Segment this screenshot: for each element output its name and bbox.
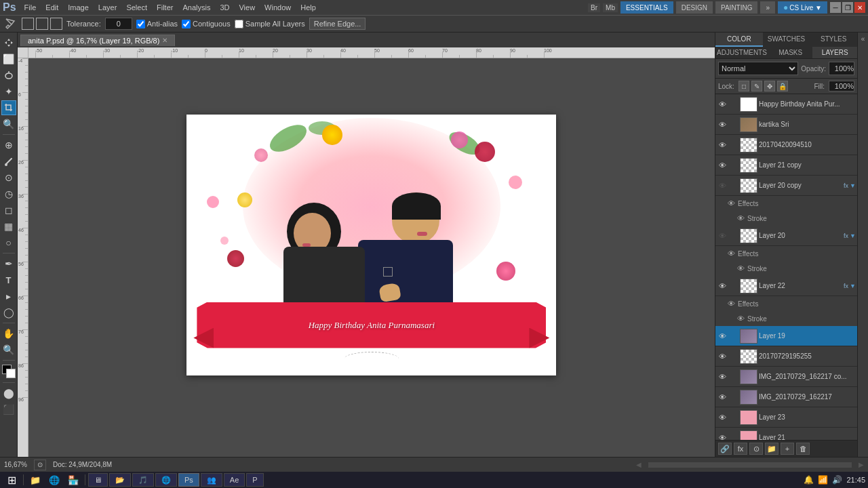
- refine-edge-btn[interactable]: Refine Edge...: [309, 18, 366, 30]
- layer-visibility-toggle[interactable]: 👁: [717, 160, 728, 171]
- tool-quick-mask[interactable]: ⬤: [1, 386, 16, 401]
- tool-hand[interactable]: ✋: [1, 326, 16, 341]
- menu-view[interactable]: View: [235, 2, 259, 13]
- taskbar-app-2[interactable]: 🎵: [132, 473, 154, 487]
- workspace-design[interactable]: DESIGN: [676, 1, 713, 14]
- layer-style-btn[interactable]: fx: [734, 443, 747, 455]
- blend-mode-select[interactable]: Normal: [718, 62, 798, 75]
- layer-visibility-toggle[interactable]: 👁: [717, 140, 728, 150]
- layer-visibility-toggle[interactable]: 👁: [717, 99, 728, 110]
- sample-all-checkbox[interactable]: [235, 20, 243, 28]
- notify-icon-3[interactable]: 🔊: [832, 475, 842, 485]
- taskbar-store[interactable]: 🏪: [64, 472, 82, 487]
- zoom-preview-btn[interactable]: ⊙: [34, 460, 46, 470]
- tab-styles[interactable]: STYLES: [810, 33, 857, 47]
- layer-item[interactable]: 👁20170729195255: [715, 346, 857, 367]
- notify-icon-2[interactable]: 📶: [818, 475, 828, 485]
- menu-layer[interactable]: Layer: [94, 2, 121, 13]
- collapse-panel-btn[interactable]: «: [857, 33, 868, 457]
- foreground-bg-colors[interactable]: [2, 365, 16, 378]
- document-tab[interactable]: anita P.psd @ 16,7% (Layer 19, RGB/8) ✕: [20, 35, 175, 46]
- layer-item[interactable]: 👁Layer 20 copyfx▼: [715, 176, 857, 196]
- tool-crop[interactable]: [1, 100, 16, 115]
- layer-item[interactable]: 👁Happy Birthday Anita Pur...: [715, 94, 857, 115]
- tab-layers[interactable]: LAYERS: [812, 47, 857, 58]
- lock-move[interactable]: ✥: [764, 81, 775, 92]
- fill-input[interactable]: [829, 81, 854, 92]
- taskbar-app-ppt[interactable]: P: [246, 473, 263, 487]
- tool-rect-select[interactable]: ⬜: [1, 52, 16, 66]
- tool-pen[interactable]: ✒: [1, 256, 16, 271]
- taskbar-app-1[interactable]: 🖥: [88, 473, 108, 487]
- tab-swatches[interactable]: SWATCHES: [763, 33, 810, 47]
- antialias-checkbox[interactable]: [136, 20, 145, 28]
- tab-masks[interactable]: MASKS: [768, 47, 813, 58]
- tool-lasso[interactable]: [1, 68, 16, 83]
- menu-analysis[interactable]: Analysis: [178, 2, 214, 13]
- tool-history[interactable]: ◷: [1, 186, 16, 201]
- tool-brush[interactable]: [1, 154, 16, 169]
- tool-eraser[interactable]: ◻: [1, 203, 16, 218]
- close-btn[interactable]: ✕: [854, 2, 865, 13]
- tab-color[interactable]: COLOR: [715, 33, 763, 47]
- new-layer-btn[interactable]: +: [781, 443, 794, 455]
- scroll-right[interactable]: ▶: [859, 461, 864, 468]
- layers-list[interactable]: 👁Happy Birthday Anita Pur...👁kartika Sri…: [715, 94, 857, 440]
- layer-visibility-toggle[interactable]: 👁: [717, 281, 728, 291]
- tool-dodge[interactable]: ○: [1, 235, 16, 250]
- contiguous-checkbox[interactable]: [182, 20, 191, 28]
- layer-item[interactable]: 👁kartika Sri: [715, 115, 857, 135]
- tool-spot-heal[interactable]: ⊕: [1, 138, 16, 152]
- layer-visibility-toggle[interactable]: 👁: [717, 392, 728, 403]
- layer-item[interactable]: 👁20170420094510: [715, 135, 857, 155]
- layer-item[interactable]: 👁IMG_20170729_162217 co...: [715, 367, 857, 387]
- taskbar-app-globe[interactable]: 🌐: [155, 473, 177, 487]
- start-btn[interactable]: ⊞: [3, 472, 20, 487]
- tool-clone[interactable]: ⊙: [1, 170, 16, 185]
- tool-screen-mode[interactable]: ⬛: [1, 402, 16, 417]
- layer-item[interactable]: 👁IMG_20170729_162217: [715, 387, 857, 407]
- tool-text[interactable]: T: [1, 272, 16, 287]
- scroll-track[interactable]: [648, 462, 852, 468]
- taskbar-app-3[interactable]: 👥: [201, 473, 222, 487]
- menu-window[interactable]: Window: [260, 2, 295, 13]
- layer-visibility-toggle[interactable]: 👁: [717, 180, 728, 191]
- menu-help[interactable]: Help: [296, 2, 320, 13]
- taskbar-app-folder[interactable]: 📂: [109, 473, 131, 487]
- lock-paint[interactable]: ✎: [751, 81, 762, 92]
- workspace-essentials[interactable]: ESSENTIALS: [620, 1, 673, 14]
- opacity-input[interactable]: [829, 62, 854, 75]
- taskbar-app-ps[interactable]: Ps: [178, 473, 199, 487]
- layer-visibility-toggle[interactable]: 👁: [717, 351, 728, 362]
- layer-visibility-toggle[interactable]: 👁: [717, 432, 728, 441]
- tolerance-input[interactable]: [105, 18, 132, 30]
- new-group-btn[interactable]: 📁: [765, 443, 778, 455]
- menu-3d[interactable]: 3D: [216, 2, 233, 13]
- menu-image[interactable]: Image: [64, 2, 93, 13]
- layer-visibility-toggle[interactable]: 👁: [717, 230, 728, 241]
- taskbar-app-ae[interactable]: Ae: [224, 473, 245, 487]
- delete-layer-btn[interactable]: 🗑: [796, 443, 810, 455]
- workspace-more[interactable]: »: [760, 1, 775, 14]
- cs-live-btn[interactable]: ● CS Live ▼: [778, 1, 827, 14]
- tab-close-btn[interactable]: ✕: [162, 37, 167, 44]
- scroll-left[interactable]: ◀: [636, 461, 642, 468]
- menu-edit[interactable]: Edit: [41, 2, 62, 13]
- add-mask-btn[interactable]: ⊙: [749, 443, 763, 455]
- tool-gradient[interactable]: ▦: [1, 219, 16, 234]
- canvas-container[interactable]: Happy Birthday Anita Purnamasari: [28, 58, 715, 431]
- lock-transparency[interactable]: □: [738, 81, 749, 92]
- link-layers-btn[interactable]: 🔗: [718, 443, 732, 455]
- tool-move[interactable]: [1, 35, 16, 50]
- tab-adjustments[interactable]: ADJUSTMENTS: [715, 47, 768, 58]
- menu-select[interactable]: Select: [122, 2, 151, 13]
- layer-item[interactable]: 👁Layer 21 copy: [715, 155, 857, 176]
- layer-visibility-toggle[interactable]: 👁: [717, 371, 728, 382]
- tool-quick-select[interactable]: ✦: [1, 84, 16, 99]
- layer-visibility-toggle[interactable]: 👁: [717, 119, 728, 130]
- minimize-btn[interactable]: ─: [830, 2, 841, 13]
- notify-icon-1[interactable]: 🔔: [804, 475, 814, 485]
- layer-item[interactable]: 👁Layer 19: [715, 326, 857, 346]
- tool-shape[interactable]: ◯: [1, 305, 16, 320]
- workspace-painting[interactable]: PAINTING: [715, 1, 757, 14]
